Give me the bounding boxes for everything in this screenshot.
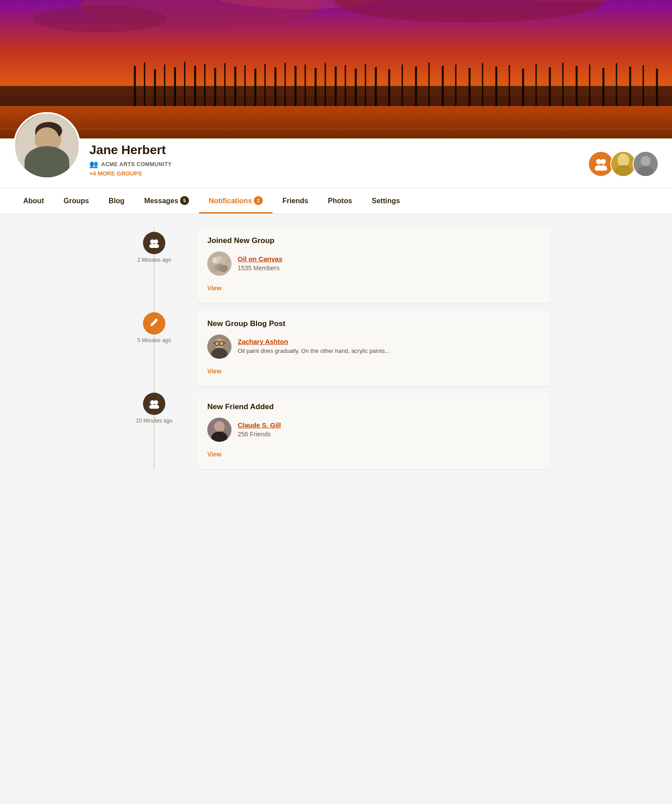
tab-groups[interactable]: Groups xyxy=(54,189,99,213)
svg-rect-28 xyxy=(305,65,306,106)
timeline-col: 2 Minutes ago 5 Minutes ago xyxy=(121,227,188,469)
profile-community: 👥 ACME ARTS COMMUNITY xyxy=(89,160,588,168)
svg-point-71 xyxy=(617,154,629,167)
svg-rect-9 xyxy=(0,113,672,113)
notif-view-btn-2[interactable]: View xyxy=(207,365,222,377)
tab-photos[interactable]: Photos xyxy=(318,189,362,213)
community-icon: 👥 xyxy=(89,160,99,168)
notif-detail-2: Zachary Ashton Oil paint dries gradually… xyxy=(238,338,390,355)
tab-settings-label: Settings xyxy=(372,197,400,205)
notification-card-1: Joined New Group Oil on Canvas xyxy=(197,227,551,303)
notif-subject-sub-3: 256 Friends xyxy=(238,431,271,438)
svg-point-101 xyxy=(214,421,225,432)
svg-rect-38 xyxy=(415,67,417,106)
svg-rect-29 xyxy=(315,68,316,106)
notif-avatar-2 xyxy=(207,335,231,359)
svg-rect-54 xyxy=(629,67,631,106)
svg-rect-22 xyxy=(244,65,246,106)
tab-photos-label: Photos xyxy=(328,197,352,205)
cards-col: Joined New Group Oil on Canvas xyxy=(197,227,551,469)
nav-bar: About Groups Blog Messages 5 Notificatio… xyxy=(0,188,672,214)
notif-view-btn-3[interactable]: View xyxy=(207,448,222,461)
svg-rect-33 xyxy=(355,69,357,106)
notif-title-3: New Friend Added xyxy=(207,402,541,411)
svg-rect-19 xyxy=(214,68,216,106)
more-groups-link[interactable]: +4 MORE GROUPS xyxy=(89,170,588,177)
svg-point-65 xyxy=(51,137,55,140)
svg-rect-15 xyxy=(174,67,176,106)
timeline-icon-2 xyxy=(143,312,165,335)
svg-rect-27 xyxy=(294,66,296,106)
svg-rect-47 xyxy=(535,64,537,106)
timeline-item-3: 10 Minutes ago xyxy=(121,393,188,424)
notif-subject-sub-1: 1535 Members xyxy=(238,264,279,272)
svg-rect-12 xyxy=(144,63,145,106)
svg-point-61 xyxy=(35,122,62,140)
svg-rect-41 xyxy=(455,65,457,106)
profile-bar: Jane Herbert 👥 ACME ARTS COMMUNITY +4 MO… xyxy=(0,138,672,188)
svg-point-67 xyxy=(601,159,606,164)
cover-image xyxy=(0,0,672,138)
timeline-icon-1 xyxy=(143,232,165,254)
notif-title-2: New Group Blog Post xyxy=(207,319,541,328)
tab-friends[interactable]: Friends xyxy=(273,189,318,213)
svg-rect-35 xyxy=(375,67,377,106)
tab-about[interactable]: About xyxy=(13,189,54,213)
notif-view-btn-1[interactable]: View xyxy=(207,282,222,294)
notifications-badge: 2 xyxy=(254,196,263,205)
svg-rect-34 xyxy=(365,64,366,106)
tab-messages[interactable]: Messages 5 xyxy=(134,188,199,214)
community-name: ACME ARTS COMMUNITY xyxy=(101,161,172,168)
svg-rect-46 xyxy=(522,69,524,106)
svg-rect-30 xyxy=(325,63,326,106)
svg-rect-45 xyxy=(508,65,510,106)
svg-rect-20 xyxy=(224,63,226,106)
notif-person-3: Claude S. Gill 256 Friends xyxy=(207,418,541,442)
group-avatars xyxy=(588,151,659,179)
tab-messages-label: Messages xyxy=(144,197,179,205)
tab-about-label: About xyxy=(23,197,44,205)
timeline-item-2: 5 Minutes ago xyxy=(121,312,188,343)
svg-rect-51 xyxy=(589,65,590,106)
svg-rect-62 xyxy=(35,131,40,144)
notif-detail-3: Claude S. Gill 256 Friends xyxy=(238,421,281,438)
notif-subject-name-3[interactable]: Claude S. Gill xyxy=(238,421,281,429)
tab-blog[interactable]: Blog xyxy=(99,189,134,213)
svg-rect-31 xyxy=(335,67,336,106)
tab-notifications-label: Notifications xyxy=(209,197,252,205)
timeline-item-1: 2 Minutes ago xyxy=(121,232,188,263)
svg-rect-37 xyxy=(402,65,403,106)
svg-rect-42 xyxy=(469,68,470,106)
main-content: 2 Minutes ago 5 Minutes ago xyxy=(112,214,560,483)
notif-subject-name-1[interactable]: Oil on Canvas xyxy=(238,255,282,263)
svg-rect-53 xyxy=(616,63,617,106)
notif-avatar-3 xyxy=(207,418,231,442)
svg-rect-23 xyxy=(254,69,256,106)
svg-rect-13 xyxy=(154,69,156,106)
notification-card-3: New Friend Added Claude S. Gill 256 Frie… xyxy=(197,394,551,469)
svg-point-77 xyxy=(154,239,158,244)
tab-settings[interactable]: Settings xyxy=(362,189,410,213)
svg-rect-39 xyxy=(428,63,430,106)
svg-rect-55 xyxy=(643,65,644,106)
svg-rect-44 xyxy=(496,67,497,106)
svg-rect-43 xyxy=(482,63,483,106)
notif-subject-name-2[interactable]: Zachary Ashton xyxy=(238,338,390,345)
timeline-line xyxy=(154,227,155,469)
svg-rect-36 xyxy=(388,69,390,106)
tab-notifications[interactable]: Notifications 2 xyxy=(199,188,273,214)
svg-rect-17 xyxy=(194,66,196,106)
svg-rect-32 xyxy=(344,65,346,106)
svg-point-74 xyxy=(641,156,651,166)
svg-point-91 xyxy=(219,265,228,272)
profile-info: Jane Herbert 👥 ACME ARTS COMMUNITY +4 MO… xyxy=(89,143,588,179)
notif-avatar-1 xyxy=(207,251,231,276)
timeline-icon-3 xyxy=(143,393,165,415)
notif-title-1: Joined New Group xyxy=(207,236,541,245)
svg-rect-11 xyxy=(134,66,136,106)
group-avatar-3[interactable] xyxy=(633,151,659,177)
svg-point-82 xyxy=(154,400,158,405)
svg-point-88 xyxy=(220,257,227,264)
svg-rect-49 xyxy=(562,63,563,106)
svg-rect-26 xyxy=(285,63,286,106)
